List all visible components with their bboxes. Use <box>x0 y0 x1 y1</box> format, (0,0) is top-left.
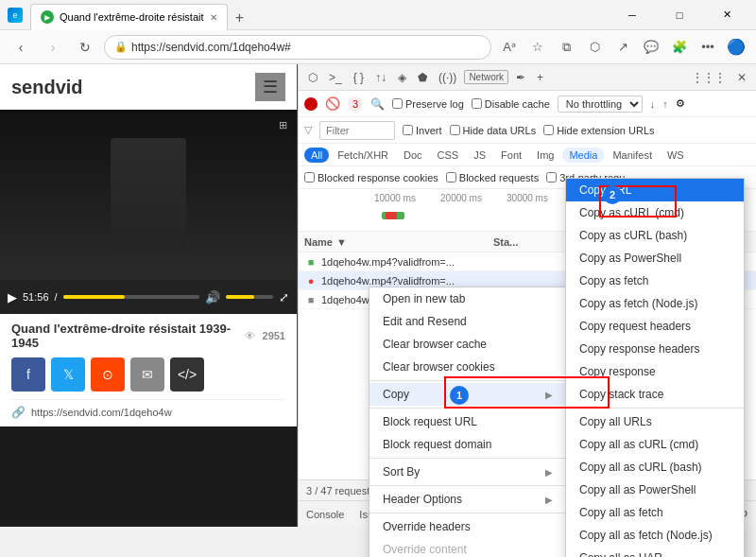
minimize-button[interactable]: ─ <box>610 0 654 30</box>
video-area[interactable]: ⊞ <box>0 110 297 280</box>
type-tab-font[interactable]: Font <box>494 148 528 163</box>
extensions-icon[interactable]: 🧩 <box>667 35 692 60</box>
url-box[interactable]: 🔒 https://sendvid.com/1dqeho4w# <box>104 35 491 60</box>
cm-open-new-tab[interactable]: Open in new tab <box>369 287 566 310</box>
type-tab-media[interactable]: Media <box>562 148 604 163</box>
export-icon[interactable]: ↑ <box>662 98 668 110</box>
cm-copy-powershell[interactable]: Copy as PowerShell <box>566 247 744 270</box>
network-label[interactable]: Network <box>464 70 508 84</box>
wifi-icon[interactable]: ((·)) <box>435 69 460 86</box>
cm-clear-cache[interactable]: Clear browser cache <box>369 333 566 356</box>
import-icon[interactable]: ↓ <box>650 98 656 110</box>
collections-icon[interactable]: ⬡ <box>582 35 607 60</box>
cm-copy-all-fetch-nodejs[interactable]: Copy all as fetch (Node.js) <box>566 524 744 547</box>
expand-button[interactable]: ⤢ <box>279 290 289 305</box>
cm-override-headers[interactable]: Override headers <box>369 515 566 538</box>
twitter-button[interactable]: 𝕏 <box>51 357 85 392</box>
hide-data-urls-checkbox[interactable]: Hide data URLs <box>450 125 537 136</box>
email-button[interactable]: ✉ <box>130 357 164 392</box>
back-button[interactable]: ‹ <box>8 34 34 61</box>
cm-copy-all-curl-cmd[interactable]: Copy all as cURL (cmd) <box>566 433 744 456</box>
play-button[interactable]: ▶ <box>8 290 17 305</box>
refresh-button[interactable]: ↻ <box>72 34 98 61</box>
invert-checkbox[interactable]: Invert <box>403 125 442 136</box>
maximize-button[interactable]: □ <box>658 0 701 30</box>
cm-copy-curl-bash[interactable]: Copy as cURL (bash) <box>566 224 744 247</box>
cm-copy-fetch[interactable]: Copy as fetch <box>566 270 744 292</box>
devtools-more-icon[interactable]: ⋮⋮⋮ <box>688 69 730 86</box>
cm-copy-all-powershell[interactable]: Copy all as PowerShell <box>566 479 744 501</box>
column-name-header[interactable]: Name ▼ <box>304 236 493 248</box>
cm-copy-curl-cmd[interactable]: Copy as cURL (cmd) <box>566 201 744 224</box>
paint-icon[interactable]: ✒ <box>512 69 529 86</box>
plus-icon[interactable]: + <box>533 69 547 86</box>
volume-button[interactable]: 🔊 <box>205 290 220 305</box>
preserve-log-checkbox[interactable]: Preserve log <box>392 98 464 110</box>
type-tab-doc[interactable]: Doc <box>397 148 429 163</box>
browser-tab[interactable]: ▶ Quand l'extrême-droite résistait ✕ <box>30 4 228 30</box>
elements-icon[interactable]: ⬡ <box>304 69 321 86</box>
disable-cache-checkbox[interactable]: Disable cache <box>472 98 550 110</box>
type-tab-css[interactable]: CSS <box>431 148 466 163</box>
record-button[interactable] <box>304 97 318 111</box>
facebook-button[interactable]: f <box>11 357 45 392</box>
new-tab-button[interactable]: + <box>228 6 252 30</box>
cm-header-options[interactable]: Header Options ▶ <box>369 488 566 511</box>
type-tab-img[interactable]: Img <box>530 148 560 163</box>
type-tab-ws[interactable]: WS <box>661 148 691 163</box>
cm-copy-stack-trace[interactable]: Copy stack trace <box>566 383 744 406</box>
performance-icon[interactable]: ◈ <box>394 69 410 86</box>
address-bar-icons: Aᵃ ☆ ⧉ ⬡ ↗ 💬 🧩 ••• 🔵 <box>497 35 748 60</box>
settings-cog-icon[interactable]: ⚙ <box>676 97 685 110</box>
throttle-select[interactable]: No throttling <box>558 96 643 113</box>
cm-copy-fetch-nodejs[interactable]: Copy as fetch (Node.js) <box>566 292 744 315</box>
type-tab-manifest[interactable]: Manifest <box>606 148 659 163</box>
column-status-header[interactable]: Sta... <box>493 236 550 248</box>
cm-block-domain[interactable]: Block request domain <box>369 433 566 456</box>
memory-icon[interactable]: ⬟ <box>414 69 431 86</box>
cm-copy-all-curl-bash[interactable]: Copy all as cURL (bash) <box>566 456 744 479</box>
more-button[interactable]: ••• <box>696 35 720 60</box>
cm-copy-request-headers[interactable]: Copy request headers <box>566 315 744 338</box>
read-aloud-icon[interactable]: Aᵃ <box>497 35 522 60</box>
cm-copy-all-har[interactable]: Copy all as HAR <box>566 547 744 557</box>
cm-block-url[interactable]: Block request URL <box>369 410 566 433</box>
sidebar-icon[interactable]: 🔵 <box>724 35 748 60</box>
code-button[interactable]: </> <box>170 357 204 392</box>
tab-close-button[interactable]: ✕ <box>210 12 217 23</box>
blocked-requests-checkbox[interactable]: Blocked requests <box>446 172 539 183</box>
reddit-button[interactable]: ⊙ <box>91 357 125 392</box>
hamburger-menu[interactable]: ☰ <box>255 73 285 101</box>
cm-copy-response-headers[interactable]: Copy response headers <box>566 338 744 360</box>
hide-extension-urls-checkbox[interactable]: Hide extension URLs <box>543 125 654 136</box>
cm-edit-resend[interactable]: Edit and Resend <box>369 310 566 333</box>
cm-sort-by[interactable]: Sort By ▶ <box>369 461 566 483</box>
cm-copy-response[interactable]: Copy response <box>566 360 744 383</box>
type-tab-js[interactable]: JS <box>467 148 492 163</box>
cm-copy-all-fetch[interactable]: Copy all as fetch <box>566 501 744 524</box>
cm-copy-url[interactable]: Copy URL <box>566 179 744 201</box>
share-icon[interactable]: ↗ <box>610 35 635 60</box>
filter-input[interactable] <box>319 121 395 140</box>
blocked-response-cookies-checkbox[interactable]: Blocked response cookies <box>304 172 438 183</box>
feedback-icon[interactable]: 💬 <box>639 35 663 60</box>
cm-clear-cookies[interactable]: Clear browser cookies <box>369 356 566 378</box>
console-icon[interactable]: >_ <box>325 69 346 86</box>
network-icon[interactable]: ↑↓ <box>371 69 390 86</box>
view-count: 2951 <box>263 330 285 341</box>
type-tab-all[interactable]: All <box>304 148 329 163</box>
split-icon[interactable]: ⧉ <box>554 35 578 60</box>
search-network-icon[interactable]: 🔍 <box>370 97 385 111</box>
btab-console[interactable]: Console <box>306 505 344 524</box>
type-tab-fetch-xhr[interactable]: Fetch/XHR <box>331 148 395 163</box>
favorites-icon[interactable]: ☆ <box>525 35 550 60</box>
devtools-settings-icon[interactable]: ✕ <box>733 69 750 86</box>
close-button[interactable]: ✕ <box>705 0 748 30</box>
volume-bar[interactable] <box>226 295 273 299</box>
cm-separator <box>369 380 566 381</box>
forward-button[interactable]: › <box>40 34 66 61</box>
progress-bar[interactable] <box>63 295 199 299</box>
cm-copy-all-urls[interactable]: Copy all URLs <box>566 410 744 433</box>
clear-button[interactable]: 🚫 <box>325 96 340 111</box>
sources-icon[interactable]: { } <box>350 69 368 86</box>
